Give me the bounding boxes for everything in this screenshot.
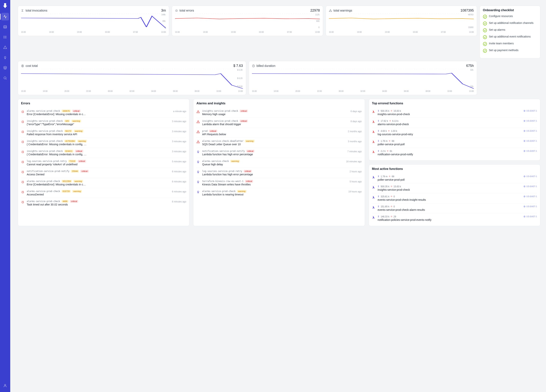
timestamp: 16 minutes ago [346,160,362,163]
nav-insights[interactable] [1,54,9,61]
nav-database[interactable] [1,23,9,31]
checklist-item-4[interactable]: Invite team members [483,42,537,46]
function-row-3[interactable]: 1.78 m 68 poller-service-prod-poll US-EA… [372,138,537,148]
alarm-row-6[interactable]: log-sources-service-prod-retry critical … [196,168,362,178]
alarm-row-5[interactable]: alarms-service-check warning Queue high … [196,158,362,168]
error-row-4[interactable]: insights-service-prod-check 824411 criti… [21,148,186,158]
error-count: 15.63 k [394,185,401,188]
x-axis: 15:0019:0023:0003:0007:0013:00 [175,31,320,33]
nav-profile[interactable] [1,382,9,389]
bug-icon [389,140,390,142]
count-badge: 56172 [64,130,72,132]
nav-alerts[interactable] [1,44,9,51]
bug-icon [21,110,25,114]
alarm-row-2[interactable]: prod critical API Requests below 2 month… [196,128,362,138]
nav-list[interactable] [1,33,9,41]
function-name: notification-service-prod-notify [27,170,69,172]
alarm-row-7[interactable]: terraform-kinesis-row-eu-west-1 critical… [196,178,362,188]
error-row-1[interactable]: insights-service-prod-check 325 warning … [21,118,186,128]
function-row-1[interactable]: 500.35 k 15.63 k insights-service-prod-c… [372,183,537,193]
logo-icon [2,3,8,9]
x-axis: 15:0018:0020:0022:0000:0002:0004:0006:00… [21,90,243,92]
alarms-panel: Alarms and insights insights-service-pro… [193,99,365,226]
checklist-item-1[interactable]: Set up additional notification channels [483,21,537,25]
onboarding-title: Onboarding checklist [483,8,537,12]
lambda-icon [372,120,375,123]
invocation-count: 325.81 k [381,195,390,198]
metric-billed[interactable]: billed duration 675h 33h10h 15:0018:0020… [249,61,477,95]
check-icon [483,49,487,53]
y-axis: 33h10h [470,69,473,88]
function-row-0[interactable]: 1.78 m 68 poller-service-prod-poll US-EA… [372,173,537,183]
nav-search[interactable] [1,74,9,82]
metric-invocations[interactable]: total invocations 3m 148k80k0 15:0019:00… [18,6,169,36]
function-row-4[interactable]: 146.33 k 29 notification-policies-servic… [372,213,537,223]
error-row-8[interactable]: alarms-service-prod-check 616728 warning… [21,188,186,198]
error-row-2[interactable]: insights-service-prod-check 56172 warnin… [21,128,186,138]
error-row-0[interactable]: alarms-service-prod-check 330676 critica… [21,108,186,118]
function-row-2[interactable]: 325.81 k 0 events-service-prod-check-ins… [372,193,537,203]
alert-icon [196,120,200,123]
function-name: alarms-service-prod-check [27,200,60,203]
error-count: 68 [392,175,394,178]
alarm-row-4[interactable]: notification-service-prod-notify critica… [196,148,362,158]
function-row-3[interactable]: 151.65 k 0 events-service-prod-check-ala… [372,203,537,213]
error-message: { CredentialsError: Missing credentials … [27,143,170,146]
checklist-label: Set up alarms [489,28,505,31]
error-count: 1.03 k [391,130,397,132]
checklist-item-3[interactable]: Set up additional event notifications [483,35,537,39]
metric-warnings[interactable]: total warnings 1087395 4976315000 15:001… [326,6,477,36]
invocation-count: 17.62 k [381,120,388,122]
alert-icon [196,110,200,114]
error-row-6[interactable]: notification-service-prod-notify 25944 c… [21,168,186,178]
function-name: notification-service-prod-notify [378,153,521,156]
alarm-message: Lambda function has high error percentag… [202,153,345,156]
nav-activity[interactable] [1,13,9,20]
function-name: alarms-service-check-deadletter [202,140,243,142]
timestamp: 3 minutes ago [172,130,186,133]
nav-layers[interactable] [1,64,9,72]
timestamp: 3 minutes ago [172,120,186,123]
severity-badge: critical [240,110,248,112]
alarm-row-0[interactable]: insights-service-prod-check critical Mem… [196,108,362,118]
alarm-message: Queue high delay [202,163,344,166]
function-row-0[interactable]: 500.35 k 15.63 k insights-service-prod-c… [372,108,537,118]
error-row-5[interactable]: log-sources-service-prod-retry 71518 cri… [21,158,186,168]
alarm-row-8[interactable]: alarms-service-prod-check warning Lambda… [196,188,362,198]
svg-point-49 [198,181,199,183]
metric-title: total warnings [333,9,459,12]
bulb-icon [196,190,200,194]
count-badge: 824411 [64,150,74,152]
severity-badge: critical [72,110,80,112]
sigma-icon [378,140,380,142]
checklist-item-0[interactable]: Configure resources [483,15,537,19]
metric-cost[interactable]: cost total $ 7.63 $ 0.39$ 0.20$ 0.00 15:… [18,61,246,95]
function-row-1[interactable]: 17.62 k 6.13 k alarms-service-prod-check… [372,118,537,128]
sigma-icon [378,120,380,122]
severity-badge: warning [237,190,247,193]
error-row-7[interactable]: alarms-service-prod-check 9312359 warnin… [21,178,186,188]
function-name: events-service-prod-check-alarm-results [378,208,521,211]
timestamp: 8 days ago [351,120,362,123]
function-row-4[interactable]: 2.2 k 61 notification-service-prod-notif… [372,148,537,158]
checklist-item-2[interactable]: Set up alarms [483,28,537,32]
error-row-3[interactable]: insights-service-prod-check 41791084 war… [21,138,186,148]
invocation-count: 500.35 k [381,110,390,112]
severity-badge: warning [72,120,81,122]
invocation-count: 500.35 k [381,185,390,188]
function-row-2[interactable]: 4.63 k 1.03 k log-sources-service-prod-r… [372,128,537,138]
bug-icon [390,205,392,208]
y-axis: 11256000 [315,14,319,28]
alarm-row-1[interactable]: insights-service-prod-check critical Lam… [196,118,362,128]
severity-badge: warning [72,190,82,193]
sigma-icon [378,110,380,112]
error-message: Failed response from inventory service A… [27,133,170,136]
metric-errors[interactable]: total errors 22978 11256000 15:0019:0023… [172,6,323,36]
svg-point-7 [4,37,4,37]
count-badge: 71518 [68,160,76,163]
error-row-9[interactable]: alarms-service-prod-check 4496 critical … [21,198,186,208]
sigma-icon [378,150,380,152]
alarm-row-3[interactable]: alarms-service-check-deadletter warning … [196,138,362,148]
bug-icon [390,110,392,112]
checklist-item-5[interactable]: Set up payment methods [483,49,537,53]
